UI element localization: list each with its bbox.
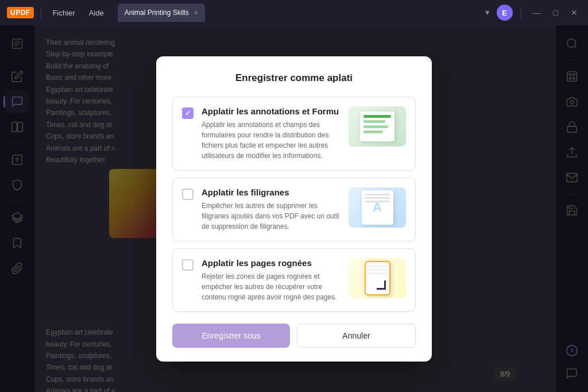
option-annotations-card: ✓ Applatir les annotations et Formu Appl…	[172, 97, 416, 171]
ann-lines	[360, 112, 394, 139]
option-annotations-image	[349, 106, 406, 147]
wm-line-1	[365, 194, 390, 195]
crop-cursor-icon	[377, 280, 386, 290]
ann-line-3	[363, 125, 388, 128]
option-watermarks-text: Applatir les filigranes Empêcher les aut…	[202, 187, 341, 232]
cancel-button[interactable]: Annuler	[297, 324, 416, 348]
avatar[interactable]: E	[497, 5, 513, 21]
ann-line-4	[363, 130, 383, 133]
watermark-img-inner: A	[362, 190, 393, 225]
tab-close-icon[interactable]: ✕	[194, 10, 198, 16]
option-watermarks-desc: Empêcher les autres de supprimer les fil…	[202, 201, 341, 232]
modal-overlay: Enregistrer comme aplati ✓ Applatir les …	[0, 25, 588, 392]
menu-aide[interactable]: Aide	[84, 6, 109, 20]
crop-lines	[368, 266, 387, 276]
option-annotations-checkbox[interactable]: ✓	[182, 107, 194, 119]
option-crop-checkbox[interactable]	[182, 259, 194, 271]
save-button[interactable]: Enregistrer sous	[172, 324, 290, 348]
annotations-img-inner	[360, 112, 394, 141]
minimize-button[interactable]: —	[529, 7, 544, 18]
wm-letter: A	[373, 200, 382, 215]
crop-line-1	[368, 266, 387, 267]
close-button[interactable]: ✕	[567, 7, 581, 18]
option-annotations-title: Applatir les annotations et Formu	[202, 106, 341, 116]
option-watermarks-card: Applatir les filigranes Empêcher les aut…	[172, 178, 416, 241]
modal-title: Enregistrer comme aplati	[172, 72, 416, 84]
modal-buttons: Enregistrer sous Annuler	[172, 324, 416, 348]
main-area: Their animal rendering Step-by-step exam…	[0, 25, 588, 392]
title-bar-right: ▼ E — □ ✕	[484, 5, 581, 21]
tab-label: Animal Printing Skills	[125, 9, 189, 17]
checkmark-icon: ✓	[185, 109, 191, 117]
crop-line-2	[368, 269, 387, 271]
menu-fichier[interactable]: Fichier	[48, 6, 80, 20]
option-crop-title: Applatir les pages rognées	[202, 258, 341, 268]
option-annotations-desc: Applatir les annotations et champs des f…	[202, 120, 341, 161]
wm-line-2	[365, 197, 390, 199]
option-watermarks-title: Applatir les filigranes	[202, 187, 341, 197]
maximize-button[interactable]: □	[550, 7, 562, 18]
option-crop-desc: Rejeter les zones de pages rognées et em…	[202, 271, 341, 302]
crop-img-inner	[365, 261, 390, 295]
modal-dialog: Enregistrer comme aplati ✓ Applatir les …	[156, 56, 432, 362]
option-watermarks-image: A	[349, 187, 406, 228]
title-bar: UPDF Fichier Aide Animal Printing Skills…	[0, 0, 588, 25]
option-crop-image	[349, 258, 406, 298]
document-tab[interactable]: Animal Printing Skills ✕	[118, 3, 205, 22]
crop-line-3	[368, 272, 387, 274]
title-divider-2	[521, 7, 521, 18]
app-window: UPDF Fichier Aide Animal Printing Skills…	[0, 0, 588, 392]
updf-logo: UPDF	[7, 7, 34, 18]
ann-line-2	[363, 120, 385, 123]
title-divider	[41, 7, 41, 18]
dropdown-arrow-icon[interactable]: ▼	[484, 9, 491, 17]
ann-line-1	[363, 115, 391, 118]
option-annotations-text: Applatir les annotations et Formu Applat…	[202, 106, 341, 161]
tab-area: Animal Printing Skills ✕	[118, 3, 479, 22]
option-watermarks-checkbox[interactable]	[182, 189, 194, 200]
option-crop-card: Applatir les pages rognées Rejeter les z…	[172, 248, 416, 312]
option-crop-text: Applatir les pages rognées Rejeter les z…	[202, 258, 341, 302]
